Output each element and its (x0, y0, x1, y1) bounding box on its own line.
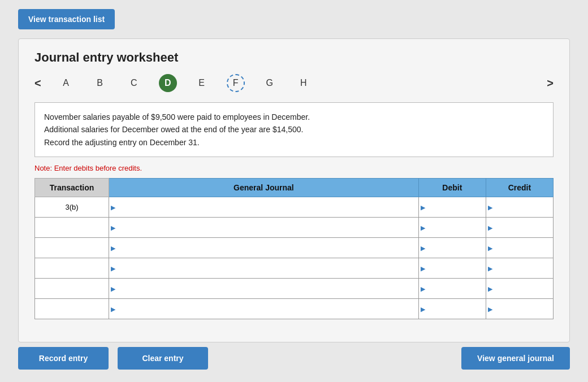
cell-credit-4[interactable] (486, 279, 553, 299)
table-row: 3(b) (35, 197, 554, 218)
cell-transaction-5 (35, 299, 109, 319)
journal-table: Transaction General Journal Debit Credit… (34, 178, 554, 319)
tab-H[interactable]: H (295, 74, 313, 92)
col-header-credit: Credit (486, 179, 553, 197)
col-header-debit: Debit (418, 179, 486, 197)
cell-transaction-3 (35, 258, 109, 279)
clear-entry-button[interactable]: Clear entry (118, 347, 208, 370)
input-general-journal-4[interactable] (117, 279, 415, 298)
cell-transaction-4 (35, 279, 109, 299)
cell-debit-0[interactable] (418, 197, 486, 218)
cell-debit-1[interactable] (418, 218, 486, 238)
input-debit-5[interactable] (427, 299, 482, 319)
record-entry-button[interactable]: Record entry (18, 347, 109, 370)
input-credit-4[interactable] (494, 279, 550, 298)
cell-debit-4[interactable] (418, 279, 486, 299)
input-debit-3[interactable] (427, 258, 482, 278)
input-debit-1[interactable] (427, 218, 482, 237)
input-credit-3[interactable] (494, 258, 550, 278)
input-debit-4[interactable] (427, 279, 482, 298)
cell-debit-3[interactable] (418, 258, 486, 279)
tab-A[interactable]: A (57, 74, 75, 92)
note-text: Note: Enter debits before credits. (34, 164, 554, 172)
input-general-journal-2[interactable] (117, 238, 415, 258)
table-row (35, 258, 554, 279)
cell-general-journal-2[interactable] (109, 238, 419, 258)
table-row (35, 299, 554, 319)
table-row (35, 279, 554, 299)
cell-transaction-2 (35, 238, 109, 258)
view-general-journal-button[interactable]: View general journal (461, 347, 570, 370)
input-general-journal-0[interactable] (117, 197, 415, 217)
cell-general-journal-5[interactable] (109, 299, 419, 319)
tab-navigation: < A B C D E F G H > (34, 74, 554, 92)
input-credit-1[interactable] (494, 218, 550, 237)
cell-credit-2[interactable] (486, 238, 553, 258)
tab-C[interactable]: C (125, 74, 143, 92)
cell-general-journal-3[interactable] (109, 258, 419, 279)
cell-credit-1[interactable] (486, 218, 553, 238)
description-box: November salaries payable of $9,500 were… (34, 102, 554, 157)
col-header-general-journal: General Journal (109, 179, 419, 197)
cell-debit-2[interactable] (418, 238, 486, 258)
tab-D[interactable]: D (159, 74, 177, 92)
cell-general-journal-1[interactable] (109, 218, 419, 238)
input-general-journal-5[interactable] (117, 299, 415, 319)
bottom-buttons: Record entry Clear entry View general jo… (0, 347, 588, 379)
tab-F[interactable]: F (227, 74, 245, 92)
input-credit-5[interactable] (494, 299, 550, 319)
input-credit-2[interactable] (494, 238, 550, 258)
input-general-journal-3[interactable] (117, 258, 415, 278)
view-transaction-button[interactable]: View transaction list (18, 9, 115, 29)
cell-transaction-1 (35, 218, 109, 238)
cell-credit-0[interactable] (486, 197, 553, 218)
tab-prev-arrow[interactable]: < (34, 77, 41, 90)
cell-general-journal-4[interactable] (109, 279, 419, 299)
tab-G[interactable]: G (261, 74, 279, 92)
input-debit-0[interactable] (427, 197, 482, 217)
cell-general-journal-0[interactable] (109, 197, 419, 218)
input-general-journal-1[interactable] (117, 218, 415, 237)
table-row (35, 238, 554, 258)
worksheet-title: Journal entry worksheet (34, 50, 554, 65)
cell-credit-5[interactable] (486, 299, 553, 319)
input-debit-2[interactable] (427, 238, 482, 258)
table-row (35, 218, 554, 238)
cell-transaction-0: 3(b) (35, 197, 109, 218)
cell-debit-5[interactable] (418, 299, 486, 319)
input-credit-0[interactable] (494, 197, 550, 217)
tab-B[interactable]: B (91, 74, 109, 92)
col-header-transaction: Transaction (35, 179, 109, 197)
cell-credit-3[interactable] (486, 258, 553, 279)
main-panel: Journal entry worksheet < A B C D E F G … (18, 38, 570, 342)
top-bar: View transaction list (0, 0, 588, 38)
tab-next-arrow[interactable]: > (547, 77, 554, 90)
tab-E[interactable]: E (193, 74, 211, 92)
